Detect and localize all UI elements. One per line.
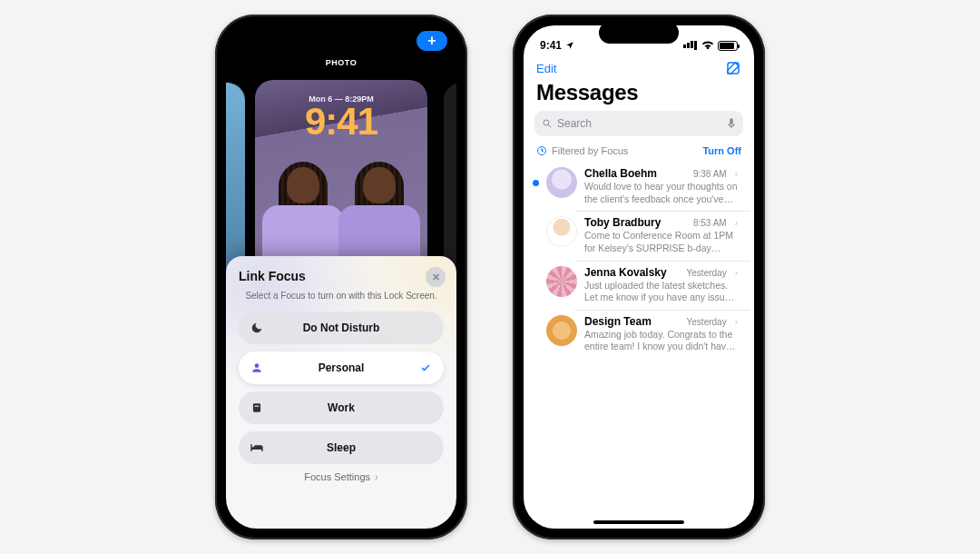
thread-preview: Would love to hear your thoughts on the … <box>584 181 738 205</box>
thread-name: Chella Boehm <box>584 167 657 180</box>
thread-row[interactable]: Chella Boehm 9:38 AM › Would love to hea… <box>533 162 750 211</box>
svg-rect-1 <box>255 406 260 407</box>
search-input[interactable]: Search <box>534 111 743 136</box>
focus-list: Do Not Disturb Personal Work <box>239 312 444 464</box>
edit-button[interactable]: Edit <box>536 62 556 75</box>
wifi-icon <box>701 41 714 50</box>
mic-icon[interactable] <box>727 117 736 130</box>
avatar <box>546 266 577 297</box>
plus-icon: + <box>427 34 436 48</box>
thread-list[interactable]: Chella Boehm 9:38 AM › Would love to hea… <box>524 162 754 359</box>
cell-signal-icon <box>683 41 698 50</box>
bed-icon <box>250 440 264 455</box>
thread-preview: Just uploaded the latest sketches. Let m… <box>584 280 738 304</box>
avatar <box>546 167 577 198</box>
wallpaper-prev[interactable] <box>226 76 245 283</box>
wallpaper-next[interactable] <box>444 76 456 283</box>
lockscreen-editor-screen: + PHOTO Mon 6 — 8:29PM 9:41 Link Focus <box>226 25 456 529</box>
focus-settings-link[interactable]: Focus Settings › <box>239 471 444 482</box>
filtered-by-focus-label: Filtered by Focus <box>552 145 628 156</box>
avatar <box>546 315 577 346</box>
page-title: Messages <box>524 76 754 111</box>
wallpaper-carousel[interactable]: Mon 6 — 8:29PM 9:41 <box>226 80 456 280</box>
thread-time: Yesterday <box>687 268 727 278</box>
clock-icon <box>536 145 547 156</box>
svg-point-3 <box>544 120 549 125</box>
link-focus-sheet: Link Focus ✕ Select a Focus to turn on w… <box>226 256 456 529</box>
svg-rect-4 <box>730 118 733 124</box>
chevron-right-icon: › <box>735 169 738 179</box>
close-icon: ✕ <box>432 272 440 283</box>
focus-item-label: Sleep <box>270 441 413 454</box>
search-placeholder: Search <box>557 117 592 130</box>
add-wallpaper-button[interactable]: + <box>416 31 447 51</box>
thread-name: Jenna Kovalsky <box>584 266 667 279</box>
battery-icon <box>718 41 738 51</box>
sheet-subtitle: Select a Focus to turn on with this Lock… <box>239 291 444 301</box>
focus-item-personal[interactable]: Personal <box>239 351 444 384</box>
focus-item-label: Personal <box>270 361 413 374</box>
close-sheet-button[interactable]: ✕ <box>426 267 446 287</box>
location-icon <box>565 41 574 50</box>
badge-icon <box>250 401 264 415</box>
thread-time: Yesterday <box>687 317 727 327</box>
person-icon <box>250 361 264 375</box>
wallpaper-current[interactable]: Mon 6 — 8:29PM 9:41 <box>255 80 427 280</box>
focus-item-sleep[interactable]: Sleep <box>239 431 444 464</box>
chevron-right-icon: › <box>735 268 738 278</box>
phone-left: + PHOTO Mon 6 — 8:29PM 9:41 Link Focus <box>215 15 467 539</box>
unread-dot <box>533 180 539 186</box>
checkmark-icon <box>420 362 431 373</box>
chevron-right-icon: › <box>372 471 378 482</box>
dynamic-island <box>301 22 381 44</box>
focus-item-label: Work <box>270 401 413 414</box>
avatar <box>546 216 577 247</box>
wallpaper-category-label: PHOTO <box>226 58 456 67</box>
home-indicator[interactable] <box>593 520 684 524</box>
focus-item-label: Do Not Disturb <box>270 322 413 334</box>
thread-name: Design Team <box>584 315 652 328</box>
turn-off-filter-button[interactable]: Turn Off <box>702 145 741 156</box>
search-icon <box>542 118 553 129</box>
compose-button[interactable] <box>725 60 741 76</box>
lockscreen-top: + PHOTO Mon 6 — 8:29PM 9:41 <box>226 25 456 271</box>
dynamic-island <box>599 22 679 44</box>
thread-name: Toby Bradbury <box>584 216 661 229</box>
focus-item-dnd[interactable]: Do Not Disturb <box>239 312 444 344</box>
thread-preview: Come to Conference Room at 1PM for Kelse… <box>584 230 738 254</box>
focus-settings-label: Focus Settings <box>304 471 370 482</box>
moon-icon <box>250 321 264 335</box>
thread-row[interactable]: Toby Bradbury 8:53 AM › Come to Conferen… <box>533 211 750 260</box>
thread-preview: Amazing job today. Congrats to the entir… <box>584 329 738 353</box>
messages-screen: 9:41 Edit Messages <box>524 25 754 529</box>
thread-row[interactable]: Jenna Kovalsky Yesterday › Just uploaded… <box>533 261 750 310</box>
thread-row[interactable]: Design Team Yesterday › Amazing job toda… <box>533 310 750 359</box>
sheet-title: Link Focus <box>239 269 444 283</box>
phone-right: 9:41 Edit Messages <box>513 15 765 539</box>
nav-bar: Edit <box>524 58 754 76</box>
chevron-right-icon: › <box>735 317 738 327</box>
chevron-right-icon: › <box>735 218 738 228</box>
svg-rect-0 <box>253 403 260 411</box>
focus-item-work[interactable]: Work <box>239 391 444 424</box>
thread-time: 9:38 AM <box>693 169 727 179</box>
focus-filter-row: Filtered by Focus Turn Off <box>524 136 754 162</box>
status-time: 9:41 <box>540 39 562 52</box>
thread-time: 8:53 AM <box>693 218 727 228</box>
lockscreen-time: 9:41 <box>255 104 427 140</box>
